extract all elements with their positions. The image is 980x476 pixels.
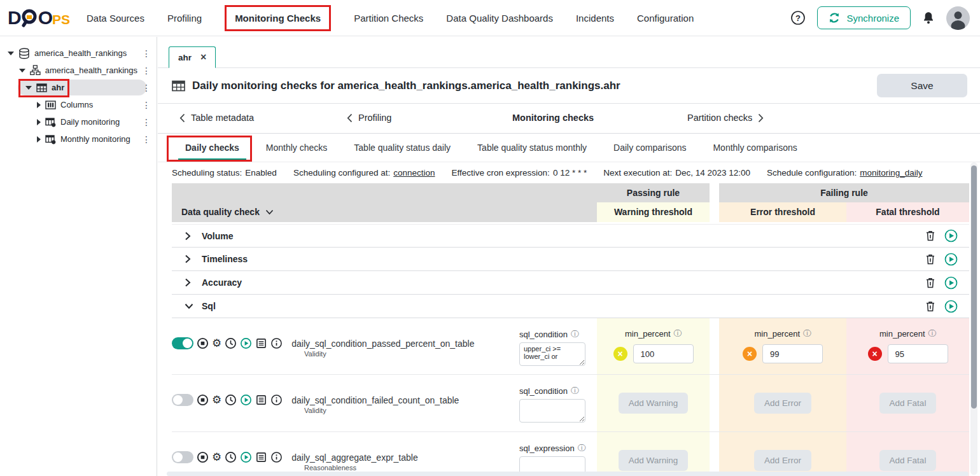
info-tooltip-icon[interactable]: ⓘ (571, 386, 579, 396)
user-avatar[interactable] (946, 6, 970, 30)
run-checks-icon[interactable] (944, 253, 958, 266)
tab-monthly-comparisons[interactable]: Monthly comparisons (699, 134, 810, 162)
category-row-timeliness[interactable]: Timeliness (172, 248, 969, 271)
add-warning-button[interactable]: Add Warning (619, 393, 689, 414)
kebab-menu-icon[interactable]: ⋮ (142, 85, 151, 91)
check-name[interactable]: daily_sql_aggregate_expr_table (291, 452, 417, 463)
enable-check-toggle[interactable] (172, 451, 193, 463)
info-icon[interactable] (270, 394, 283, 406)
trash-icon[interactable] (925, 300, 936, 312)
vertical-scrollbar[interactable] (970, 162, 977, 475)
save-button[interactable]: Save (877, 74, 967, 97)
tab-monthly-checks[interactable]: Monthly checks (253, 134, 340, 162)
caret-right-icon[interactable] (37, 136, 41, 143)
chevron-right-icon[interactable] (185, 232, 191, 241)
schedule-configuration-link[interactable]: monitoring_daily (860, 168, 922, 178)
info-tooltip-icon[interactable]: ⓘ (928, 328, 937, 339)
tab-table-quality-status-monthly[interactable]: Table quality status monthly (464, 134, 600, 162)
circle-dot-icon[interactable] (197, 337, 209, 349)
run-check-icon[interactable] (240, 451, 252, 463)
warning-value-input[interactable] (633, 344, 694, 363)
nav-link-partition-checks[interactable]: Partition checks (687, 113, 764, 123)
caret-down-icon[interactable] (25, 86, 32, 90)
add-fatal-button[interactable]: Add Fatal (879, 450, 937, 471)
info-tooltip-icon[interactable]: ⓘ (578, 443, 586, 454)
close-icon[interactable]: × (200, 52, 206, 62)
nav-link-monitoring-checks[interactable]: Monitoring checks (512, 113, 594, 123)
add-error-button[interactable]: Add Error (754, 450, 811, 471)
results-icon[interactable] (255, 451, 267, 463)
menu-incidents[interactable]: Incidents (576, 13, 614, 24)
info-icon[interactable] (270, 451, 283, 463)
results-icon[interactable] (255, 337, 267, 349)
tree-item-schema[interactable]: america_health_rankings ⋮ (0, 62, 157, 79)
sensor-param-input[interactable] (519, 399, 585, 423)
category-row-accuracy[interactable]: Accuracy (172, 271, 969, 295)
tab-table-quality-status-daily[interactable]: Table quality status daily (340, 134, 464, 162)
caret-right-icon[interactable] (37, 102, 41, 108)
schedule-clock-icon[interactable] (225, 394, 237, 406)
error-severity-icon[interactable]: × (743, 347, 757, 361)
tab-daily-checks[interactable]: Daily checks (172, 134, 253, 162)
add-warning-button[interactable]: Add Warning (619, 450, 689, 471)
trash-icon[interactable] (925, 277, 936, 289)
run-check-icon[interactable] (240, 394, 252, 406)
chevron-down-icon[interactable] (185, 303, 193, 309)
scheduling-configured-link[interactable]: connection (393, 168, 435, 178)
info-tooltip-icon[interactable]: ⓘ (571, 329, 579, 340)
horizontal-scrollbar[interactable] (167, 472, 969, 476)
nav-link-table-metadata[interactable]: Table metadata (179, 113, 254, 123)
sensor-param-input[interactable]: upper_ci >= lower_ci or (519, 342, 585, 366)
menu-monitoring-checks[interactable]: Monitoring Checks (225, 5, 331, 31)
tree-item-daily-monitoring[interactable]: Daily monitoring ⋮ (0, 113, 157, 130)
warning-severity-icon[interactable]: × (613, 347, 627, 361)
document-tab-ahr[interactable]: ahr × (169, 46, 216, 68)
tree-item-columns[interactable]: Columns ⋮ (0, 96, 157, 113)
settings-icon[interactable]: ⚙ (212, 395, 221, 406)
menu-configuration[interactable]: Configuration (637, 13, 694, 24)
info-tooltip-icon[interactable]: ⓘ (674, 328, 682, 339)
menu-data-sources[interactable]: Data Sources (87, 13, 144, 24)
check-column-header[interactable]: Data quality check (172, 202, 597, 222)
chevron-right-icon[interactable] (185, 278, 191, 287)
check-name[interactable]: daily_sql_condition_failed_count_on_tabl… (291, 395, 459, 405)
caret-down-icon[interactable] (8, 52, 14, 55)
menu-data-quality-dashboards[interactable]: Data Quality Dashboards (446, 13, 553, 24)
info-icon[interactable] (270, 337, 283, 349)
info-tooltip-icon[interactable]: ⓘ (803, 328, 811, 339)
enable-check-toggle[interactable] (172, 337, 193, 349)
enable-check-toggle[interactable] (172, 394, 193, 406)
settings-icon[interactable]: ⚙ (212, 452, 221, 463)
nav-link-profiling[interactable]: Profiling (347, 113, 391, 123)
scrollbar-thumb[interactable] (971, 165, 977, 409)
circle-dot-icon[interactable] (197, 394, 209, 406)
fatal-value-input[interactable] (888, 344, 948, 363)
tab-daily-comparisons[interactable]: Daily comparisons (600, 134, 699, 162)
run-checks-icon[interactable] (944, 276, 958, 290)
menu-profiling[interactable]: Profiling (167, 13, 202, 24)
trash-icon[interactable] (925, 230, 936, 242)
kebab-menu-icon[interactable]: ⋮ (142, 67, 151, 74)
dqops-logo[interactable]: D O PS (8, 7, 70, 29)
error-value-input[interactable] (762, 344, 823, 363)
caret-down-icon[interactable] (19, 69, 25, 73)
add-fatal-button[interactable]: Add Fatal (879, 393, 937, 414)
chevron-right-icon[interactable] (185, 255, 191, 263)
notifications-bell-icon[interactable] (922, 11, 935, 25)
results-icon[interactable] (255, 394, 267, 406)
category-row-sql[interactable]: Sql (172, 295, 969, 318)
check-name[interactable]: daily_sql_condition_passed_percent_on_ta… (291, 339, 474, 349)
run-checks-icon[interactable] (944, 229, 958, 242)
chevron-down-icon[interactable] (265, 209, 274, 215)
kebab-menu-icon[interactable]: ⋮ (142, 119, 151, 125)
schedule-clock-icon[interactable] (225, 451, 237, 463)
tree-item-connection[interactable]: america_health_rankings ⋮ (0, 45, 157, 62)
kebab-menu-icon[interactable]: ⋮ (142, 102, 151, 108)
schedule-clock-icon[interactable] (225, 337, 237, 349)
settings-icon[interactable]: ⚙ (212, 338, 221, 349)
synchronize-button[interactable]: Synchronize (817, 6, 911, 29)
run-checks-icon[interactable] (944, 300, 958, 313)
add-error-button[interactable]: Add Error (754, 393, 811, 414)
menu-partition-checks[interactable]: Partition Checks (354, 13, 423, 24)
run-check-icon[interactable] (240, 337, 252, 349)
